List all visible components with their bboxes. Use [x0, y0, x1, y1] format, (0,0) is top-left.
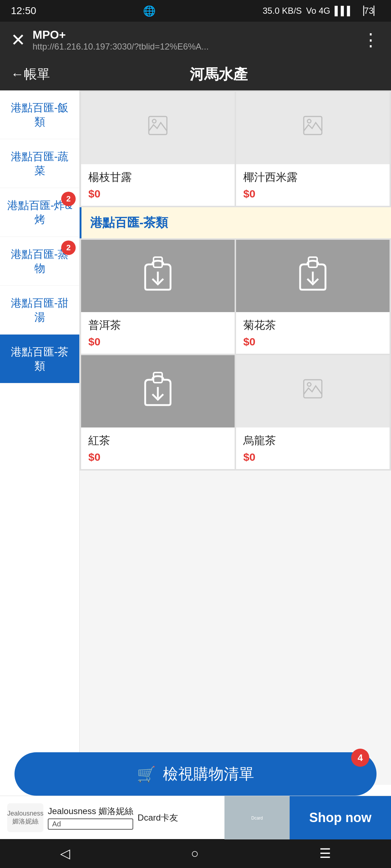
- product-info-coconut: 椰汁西米露 $0: [236, 164, 390, 206]
- product-image-oolong: [236, 355, 390, 427]
- nav-home-button[interactable]: ○: [191, 846, 199, 861]
- status-network: Vo 4G: [306, 6, 331, 16]
- ad-brand-name: Jealousness 媚洛妮絲: [48, 805, 133, 817]
- bottom-nav: ◁ ○ ☰: [0, 839, 391, 868]
- products-area: 楊枝甘露 $0 椰汁西米露 $0 港點百匯-茶類: [80, 90, 391, 785]
- product-price-coconut: $0: [243, 188, 382, 200]
- product-info-oolong: 烏龍茶 $0: [236, 427, 390, 469]
- product-name-coconut: 椰汁西米露: [243, 170, 382, 185]
- product-card-chrysanthemum[interactable]: 菊花茶 $0: [236, 240, 390, 354]
- product-info-yangzhi: 楊枝甘露 $0: [81, 164, 235, 206]
- tea-section-grid: 普洱茶 $0 菊花茶 $: [80, 238, 391, 471]
- product-name-oolong: 烏龍茶: [243, 433, 382, 448]
- product-info-chrysanthemum: 菊花茶 $0: [236, 312, 390, 354]
- svg-rect-2: [304, 116, 322, 135]
- status-bar: 12:50 🌐 35.0 KB/S Vo 4G ▌▌▌ ▕73▏: [0, 0, 391, 22]
- svg-point-1: [152, 119, 156, 123]
- product-name-yangzhi: 楊枝甘露: [88, 170, 227, 185]
- product-card-black[interactable]: 紅茶 $0: [81, 355, 235, 469]
- tea-category-header: 港點百匯-茶類: [80, 207, 391, 238]
- ad-text-block: Jealousness 媚洛妮絲 Ad: [48, 805, 133, 830]
- bag-download-icon3: [136, 369, 180, 414]
- sidebar-item-rice[interactable]: 港點百匯-飯類: [0, 90, 79, 139]
- signal-icon: ▌▌▌: [335, 6, 353, 16]
- close-icon[interactable]: ✕: [11, 30, 25, 50]
- nav-back-button[interactable]: ◁: [60, 846, 70, 861]
- cart-icon: 🛒: [137, 765, 156, 783]
- status-speed: 35.0 KB/S: [262, 6, 302, 16]
- sidebar: 港點百匯-飯類 港點百匯-蔬菜 港點百匯-炸&烤 2 港點百匯-蒸物 2 港點百…: [0, 90, 80, 785]
- ad-left: Jealousness 媚洛妮絲 Jealousness 媚洛妮絲 Ad Dca…: [0, 803, 224, 832]
- browser-bar: ✕ MPO+ http://61.216.10.197:3030/?tblid=…: [0, 22, 391, 58]
- product-card-yangzhi[interactable]: 楊枝甘露 $0: [81, 92, 235, 206]
- main-content: 港點百匯-飯類 港點百匯-蔬菜 港點百匯-炸&烤 2 港點百匯-蒸物 2 港點百…: [0, 90, 391, 785]
- svg-text:Dcard: Dcard: [251, 816, 263, 821]
- sidebar-item-tea[interactable]: 港點百匯-茶類: [0, 335, 79, 383]
- shop-now-button[interactable]: Shop now: [290, 796, 391, 839]
- ad-label: Ad: [48, 818, 133, 830]
- svg-rect-4: [154, 257, 162, 267]
- back-button[interactable]: ←帳單: [11, 65, 50, 83]
- prev-section-grid: 楊枝甘露 $0 椰汁西米露 $0: [80, 90, 391, 207]
- image-placeholder-icon: [147, 115, 169, 141]
- view-cart-button[interactable]: 🛒 檢視購物清單 4: [14, 752, 377, 796]
- svg-rect-10: [304, 380, 322, 398]
- svg-rect-6: [308, 257, 317, 267]
- cart-badge-fried: 2: [61, 192, 76, 206]
- bag-download-icon2: [291, 254, 335, 298]
- product-name-black: 紅茶: [88, 433, 227, 448]
- browser-info: MPO+ http://61.216.10.197:3030/?tblid=12…: [33, 28, 355, 52]
- product-image-coconut: [236, 92, 390, 164]
- nav-header: ←帳單 河馬水產: [0, 58, 391, 90]
- product-card-puer[interactable]: 普洱茶 $0: [81, 240, 235, 354]
- product-card-coconut[interactable]: 椰汁西米露 $0: [236, 92, 390, 206]
- product-name-chrysanthemum: 菊花茶: [243, 318, 382, 333]
- product-price-puer: $0: [88, 336, 227, 348]
- svg-rect-0: [149, 116, 167, 135]
- browser-url: http://61.216.10.197:3030/?tblid=12%E6%A…: [33, 42, 355, 52]
- cart-badge-steam: 2: [61, 241, 76, 255]
- product-price-yangzhi: $0: [88, 188, 227, 200]
- product-price-oolong: $0: [243, 451, 382, 463]
- browser-icon: 🌐: [143, 5, 156, 17]
- product-price-chrysanthemum: $0: [243, 336, 382, 348]
- product-image-chrysanthemum: [236, 240, 390, 312]
- cart-button-container: 🛒 檢視購物清單 4: [0, 745, 391, 803]
- product-card-oolong[interactable]: 烏龍茶 $0: [236, 355, 390, 469]
- more-menu-icon[interactable]: ⋮: [362, 30, 380, 50]
- ad-brand-logo: Jealousness 媚洛妮絲: [7, 803, 43, 832]
- svg-point-3: [307, 119, 311, 123]
- image-placeholder-icon3: [302, 378, 324, 405]
- sidebar-item-soup[interactable]: 港點百匯-甜湯: [0, 286, 79, 335]
- image-placeholder-icon2: [302, 115, 324, 141]
- nav-menu-button[interactable]: ☰: [319, 846, 331, 861]
- product-image-puer: [81, 240, 235, 312]
- product-info-black: 紅茶 $0: [81, 427, 235, 469]
- cart-button-label: 檢視購物清單: [163, 764, 254, 784]
- svg-rect-8: [154, 373, 162, 383]
- product-name-puer: 普洱茶: [88, 318, 227, 333]
- battery-icon: ▕73▏: [357, 6, 380, 16]
- status-right: 35.0 KB/S Vo 4G ▌▌▌ ▕73▏: [262, 6, 380, 16]
- browser-title: MPO+: [33, 28, 355, 42]
- product-price-black: $0: [88, 451, 227, 463]
- svg-point-11: [307, 383, 311, 386]
- product-info-puer: 普洱茶 $0: [81, 312, 235, 354]
- ad-partner-name: Dcard卡友: [138, 812, 178, 824]
- sidebar-item-fried[interactable]: 港點百匯-炸&烤 2: [0, 188, 79, 237]
- ad-image: Dcard: [224, 796, 290, 839]
- sidebar-item-veg[interactable]: 港點百匯-蔬菜: [0, 139, 79, 188]
- product-image-black: [81, 355, 235, 427]
- ad-banner: Jealousness 媚洛妮絲 Jealousness 媚洛妮絲 Ad Dca…: [0, 796, 391, 839]
- page-title: 河馬水產: [57, 64, 380, 84]
- sidebar-item-steam[interactable]: 港點百匯-蒸物 2: [0, 237, 79, 286]
- ad-partner-block: Dcard卡友: [138, 812, 178, 824]
- cart-count-badge: 4: [351, 749, 369, 767]
- status-time: 12:50: [11, 5, 36, 17]
- bag-download-icon: [136, 254, 180, 298]
- product-image-yangzhi: [81, 92, 235, 164]
